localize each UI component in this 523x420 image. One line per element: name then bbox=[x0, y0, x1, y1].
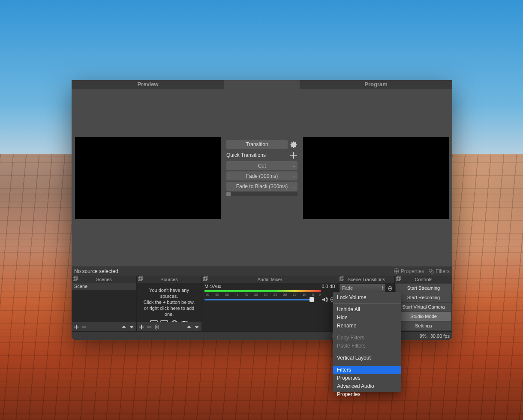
quick-transitions-label: Quick Transitions bbox=[226, 152, 266, 158]
move-scene-down-icon[interactable] bbox=[129, 324, 135, 330]
fps-value: 30.00 fps bbox=[430, 333, 450, 339]
scenes-title: Scenes bbox=[96, 277, 112, 282]
svg-rect-23 bbox=[340, 277, 343, 281]
ctx-copy-filters: Copy Filters bbox=[333, 334, 401, 342]
start-recording-button[interactable]: Start Recording bbox=[396, 293, 451, 302]
svg-rect-26 bbox=[396, 277, 400, 281]
svg-rect-7 bbox=[139, 276, 143, 280]
program-label: Program bbox=[300, 80, 452, 89]
quick-transition-fade-black[interactable]: Fade to Black (300ms)⌵ bbox=[226, 182, 298, 191]
transition-props-gear-icon[interactable] bbox=[387, 285, 393, 291]
transition-scrollbar[interactable] bbox=[226, 192, 298, 196]
obs-window: Preview Transition Quick Transitions Cut… bbox=[72, 80, 452, 340]
svg-rect-3 bbox=[73, 277, 76, 281]
chevron-down-icon: ⌵ bbox=[293, 174, 295, 178]
ctx-advanced-audio[interactable]: Advanced Audio Properties bbox=[333, 382, 401, 390]
preview-label: Preview bbox=[72, 80, 224, 89]
svg-rect-6 bbox=[138, 277, 141, 281]
mixer-context-menu: Lock Volume Unhide All Hide Rename Copy … bbox=[333, 292, 401, 392]
remove-scene-minus-icon[interactable] bbox=[81, 324, 87, 330]
source-settings-gear-icon[interactable] bbox=[154, 324, 160, 330]
dock-popout-icon[interactable] bbox=[138, 276, 143, 281]
ctx-vertical-layout[interactable]: Vertical Layout bbox=[333, 354, 401, 362]
exit-button[interactable]: Exit bbox=[396, 331, 451, 331]
svg-rect-4 bbox=[74, 276, 78, 280]
program-pane: Program bbox=[300, 80, 452, 267]
scenes-list[interactable]: Scene bbox=[72, 283, 136, 322]
sources-title: Sources bbox=[160, 277, 177, 282]
start-virtual-camera-button[interactable]: Start Virtual Camera bbox=[396, 303, 451, 312]
studio-mode-button[interactable]: Studio Mode bbox=[396, 312, 451, 321]
ctx-filters[interactable]: Filters bbox=[333, 366, 401, 374]
svg-rect-21 bbox=[204, 276, 208, 280]
quick-transition-cut[interactable]: Cut⌵ bbox=[226, 161, 298, 170]
ctx-rename[interactable]: Rename bbox=[333, 322, 401, 330]
add-quick-transition-plus-icon[interactable] bbox=[290, 151, 298, 159]
add-scene-plus-icon[interactable] bbox=[73, 324, 79, 330]
sources-dock: Sources You don't have any sources. Clic… bbox=[137, 276, 202, 331]
speaker-icon[interactable] bbox=[322, 297, 328, 303]
ctx-unhide-all[interactable]: Unhide All bbox=[333, 306, 401, 314]
transition-button[interactable]: Transition bbox=[226, 140, 288, 149]
transition-column: Transition Quick Transitions Cut⌵ Fade (… bbox=[224, 80, 300, 267]
ctx-hide[interactable]: Hide bbox=[333, 314, 401, 322]
scenes-dock: Scenes Scene bbox=[72, 276, 137, 331]
ctx-lock-volume[interactable]: Lock Volume bbox=[333, 294, 401, 302]
svg-rect-18 bbox=[147, 327, 152, 327]
program-video[interactable] bbox=[303, 137, 449, 219]
move-source-down-icon[interactable] bbox=[194, 324, 200, 330]
settings-button[interactable]: Settings bbox=[396, 321, 451, 330]
move-scene-up-icon[interactable] bbox=[121, 324, 127, 330]
mixer-db-value: 0.0 dB bbox=[319, 283, 338, 289]
updown-icon: ▴▾ bbox=[382, 285, 384, 291]
no-source-label: No source selected bbox=[74, 268, 118, 274]
svg-rect-27 bbox=[397, 276, 401, 280]
ctx-paste-filters: Paste Filters bbox=[333, 342, 401, 350]
mixer-title: Audio Mixer bbox=[257, 277, 282, 282]
audio-mixer-dock: Audio Mixer 0.0 dB Mic/Aux -60-55-50-45-… bbox=[202, 276, 338, 331]
source-filters-button[interactable]: Filters bbox=[428, 268, 450, 274]
audio-meter bbox=[204, 290, 321, 292]
quick-transition-fade[interactable]: Fade (300ms)⌵ bbox=[226, 171, 298, 180]
cpu-percent: 9%, bbox=[420, 333, 428, 339]
dock-popout-icon[interactable] bbox=[73, 276, 78, 281]
add-source-plus-icon[interactable] bbox=[138, 324, 144, 330]
svg-point-19 bbox=[156, 326, 158, 328]
dock-popout-icon[interactable] bbox=[203, 276, 208, 281]
transitions-title: Scene Transitions bbox=[348, 277, 385, 282]
svg-point-25 bbox=[389, 288, 391, 289]
dock-popout-icon[interactable] bbox=[396, 276, 401, 281]
mixer-channel-mic-aux: 0.0 dB Mic/Aux -60-55-50-45-40-35-30-25-… bbox=[202, 283, 338, 331]
svg-rect-5 bbox=[82, 327, 87, 327]
studio-mode-row: Preview Transition Quick Transitions Cut… bbox=[72, 80, 452, 267]
start-streaming-button[interactable]: Start Streaming bbox=[396, 284, 451, 293]
controls-title: Controls bbox=[415, 277, 433, 282]
preview-video[interactable] bbox=[75, 137, 221, 219]
dock-popout-icon[interactable] bbox=[340, 276, 344, 281]
mixer-channel-name: Mic/Aux bbox=[202, 283, 338, 289]
source-properties-button[interactable]: Properties bbox=[394, 268, 424, 274]
move-source-up-icon[interactable] bbox=[186, 324, 192, 330]
source-toolbar: No source selected Properties Filters bbox=[72, 267, 452, 276]
volume-slider[interactable] bbox=[204, 299, 312, 300]
scene-item[interactable]: Scene bbox=[72, 283, 136, 290]
transition-select[interactable]: Fade▴▾ bbox=[340, 284, 385, 292]
ctx-properties[interactable]: Properties bbox=[333, 374, 401, 382]
svg-rect-24 bbox=[341, 276, 344, 280]
sources-list[interactable]: You don't have any sources. Click the + … bbox=[137, 283, 201, 322]
svg-rect-20 bbox=[203, 277, 207, 281]
chevron-down-icon: ⌵ bbox=[293, 164, 295, 168]
remove-source-minus-icon[interactable] bbox=[146, 324, 152, 330]
preview-pane: Preview bbox=[72, 80, 224, 267]
audio-ticks: -60-55-50-45-40-35-30-25-20-15-10-50 bbox=[204, 293, 321, 296]
transition-settings-gear-icon[interactable] bbox=[290, 141, 298, 149]
chevron-down-icon: ⌵ bbox=[293, 184, 295, 189]
controls-dock: Controls Start Streaming Start Recording… bbox=[395, 276, 452, 331]
svg-point-0 bbox=[395, 270, 397, 272]
